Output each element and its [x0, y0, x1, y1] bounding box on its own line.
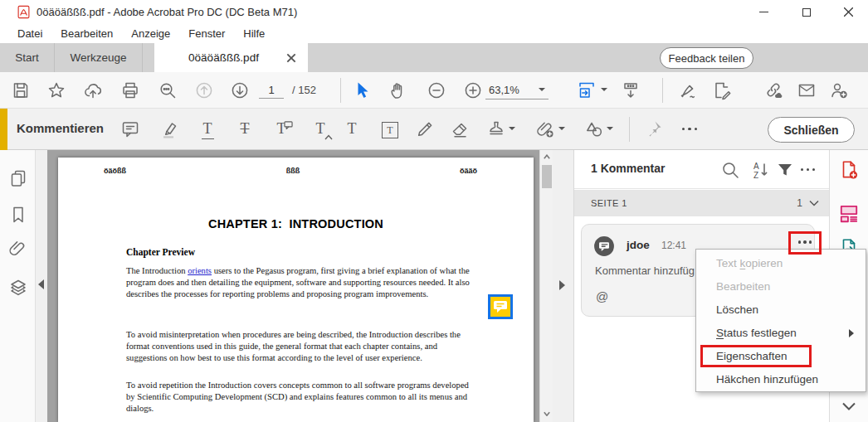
menu-bearbeiten[interactable]: Bearbeiten: [51, 25, 122, 42]
comment-toolbar: Kommentieren T T T T T T Schließen: [0, 109, 868, 150]
comment-body-text[interactable]: Kommentar hinzufüg: [595, 264, 695, 277]
menu-hilfe[interactable]: Hilfe: [234, 25, 274, 42]
header-right: öääö: [460, 167, 477, 175]
hand-tool-icon[interactable]: [388, 80, 408, 100]
replace-text-icon[interactable]: T: [271, 119, 291, 140]
comment-annotation[interactable]: [488, 294, 513, 319]
page-running-header: öäößß ßßß öääö: [58, 167, 534, 175]
zoom-in-icon[interactable]: [463, 80, 483, 100]
pdf-page[interactable]: öäößß ßßß öääö CHAPTER 1: INTRODUCTION C…: [58, 158, 534, 422]
eraser-icon[interactable]: [450, 119, 470, 139]
menu-item-loeschen[interactable]: Löschen: [696, 298, 866, 322]
select-tool-icon[interactable]: [353, 80, 373, 100]
layers-icon[interactable]: [8, 278, 28, 298]
menu-anzeige[interactable]: Anzeige: [122, 25, 179, 42]
share-link-icon[interactable]: [763, 80, 783, 100]
search-tools-icon[interactable]: [158, 80, 178, 100]
tab-werkzeuge[interactable]: Werkzeuge: [55, 43, 143, 72]
menu-item-status-festlegen[interactable]: Status festlegen: [696, 322, 866, 345]
attach-caret-icon[interactable]: [558, 127, 565, 130]
menu-item-bearbeiten[interactable]: Bearbeiten: [696, 275, 866, 298]
shapes-icon[interactable]: [584, 119, 604, 139]
add-text-comment-icon[interactable]: T: [342, 119, 362, 140]
attach-file-icon[interactable]: [535, 119, 555, 139]
insert-text-icon[interactable]: T: [310, 119, 330, 140]
title-bar: 0öäöäßßß.pdf - Adobe Acrobat Pro DC (DC …: [0, 0, 868, 24]
close-window-button[interactable]: [830, 0, 866, 24]
scrollbar-thumb[interactable]: [542, 165, 552, 188]
create-pdf-icon[interactable]: [838, 159, 860, 181]
collapse-tools-strip-icon[interactable]: [841, 401, 856, 411]
filter-comments-icon[interactable]: [775, 160, 795, 180]
feedback-button[interactable]: Feedback teilen: [660, 47, 753, 69]
menu-item-eigenschaften[interactable]: Eigenschaften: [696, 345, 866, 368]
pencil-draw-icon[interactable]: [415, 119, 435, 139]
page-thumbnails-icon[interactable]: [8, 168, 28, 188]
page-section-header[interactable]: SEITE 1 1: [574, 190, 829, 216]
orients-link[interactable]: orients: [188, 266, 212, 275]
comment-context-menu: Text kopieren Bearbeiten Löschen Status …: [695, 249, 866, 392]
maximize-button[interactable]: [788, 0, 825, 24]
send-for-review-icon[interactable]: [829, 80, 849, 100]
page-display-icon[interactable]: [621, 80, 641, 100]
star-icon[interactable]: [46, 80, 66, 100]
tab-document-label: 0öäöäßßß.pdf: [188, 51, 259, 64]
expand-right-panel-icon[interactable]: [559, 280, 565, 290]
strikethrough-text-icon[interactable]: T: [235, 119, 255, 140]
more-tools-icon[interactable]: [682, 128, 697, 130]
bookmarks-icon[interactable]: [8, 205, 28, 225]
print-icon[interactable]: [120, 80, 140, 100]
comment-mode-accent: [0, 109, 7, 150]
commenter-avatar-icon: [593, 235, 615, 257]
search-comments-icon[interactable]: [720, 160, 740, 180]
page-section-label: SEITE 1: [591, 198, 627, 208]
page-total-label: / 152: [292, 84, 316, 96]
close-comment-mode-button[interactable]: Schließen: [768, 117, 855, 143]
sort-az-icon[interactable]: AZ: [750, 160, 770, 180]
save-icon[interactable]: [11, 80, 31, 100]
menu-datei[interactable]: Datei: [8, 25, 51, 42]
next-page-icon[interactable]: [230, 80, 250, 100]
document-scrollbar[interactable]: [539, 150, 553, 422]
menu-item-haekchen-hinzufuegen[interactable]: Häkchen hinzufügen: [696, 368, 866, 391]
zoom-out-icon[interactable]: [427, 80, 446, 100]
organize-pages-icon[interactable]: [838, 202, 860, 224]
fill-sign-icon[interactable]: [712, 80, 732, 100]
menu-item-text-kopieren[interactable]: Text kopieren: [696, 252, 866, 275]
attachments-icon[interactable]: [8, 240, 28, 260]
shapes-caret-icon[interactable]: [607, 127, 613, 130]
minimize-button[interactable]: [745, 0, 782, 24]
comment-options-icon[interactable]: [794, 236, 816, 248]
stamp-icon[interactable]: [486, 119, 506, 139]
mention-icon[interactable]: @: [596, 289, 608, 303]
main-toolbar: / 152 63,1%: [0, 72, 868, 109]
fit-width-icon[interactable]: [577, 80, 597, 100]
page-number-input[interactable]: [259, 81, 284, 99]
menu-fenster[interactable]: Fenster: [179, 25, 234, 42]
scroll-up-icon[interactable]: [544, 154, 550, 161]
collapse-left-panel-icon[interactable]: [38, 279, 44, 289]
comments-panel-header: 1 Kommentar AZ: [574, 150, 829, 189]
section-heading: Chapter Preview: [126, 247, 195, 257]
zoom-level-dropdown[interactable]: 63,1%: [485, 80, 549, 99]
tab-close-icon[interactable]: [285, 52, 297, 64]
underline-text-icon[interactable]: T: [197, 119, 217, 140]
stamp-caret-icon[interactable]: [509, 127, 515, 130]
previous-page-icon[interactable]: [194, 80, 214, 100]
left-panel-gutter: [36, 150, 47, 422]
sign-pen-icon[interactable]: [679, 80, 699, 100]
paragraph-1: The Introduction orients users to the Pe…: [126, 265, 471, 300]
pin-icon[interactable]: [643, 119, 663, 139]
highlighter-icon[interactable]: [158, 119, 178, 139]
text-box-icon[interactable]: T: [380, 119, 400, 140]
scroll-down-icon[interactable]: [544, 411, 550, 418]
paragraph-2: To avoid misinterpretation when procedur…: [126, 329, 471, 364]
section-collapse-icon[interactable]: [809, 200, 819, 206]
cloud-upload-icon[interactable]: [83, 80, 103, 100]
fit-width-caret-icon[interactable]: [601, 88, 607, 91]
tab-start[interactable]: Start: [0, 43, 55, 72]
comments-options-icon[interactable]: [801, 168, 815, 171]
acrobat-logo-icon: [17, 5, 31, 19]
email-icon[interactable]: [797, 80, 817, 100]
sticky-note-icon[interactable]: [120, 119, 140, 139]
